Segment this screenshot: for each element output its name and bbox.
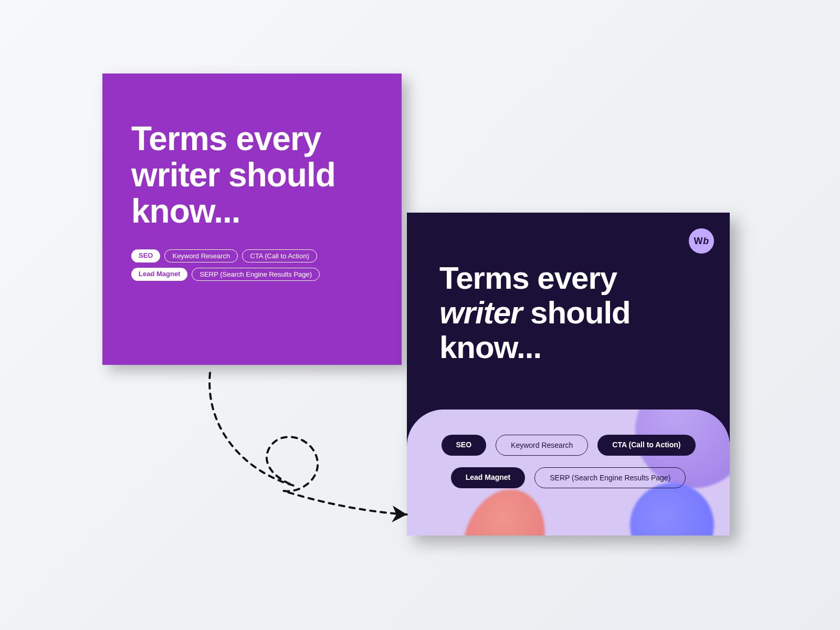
pill-serp: SERP (Search Engine Results Page) bbox=[534, 467, 686, 488]
arrow-icon bbox=[173, 368, 436, 541]
pill-lead-magnet: Lead Magnet bbox=[451, 467, 526, 488]
pill-seo: SEO bbox=[131, 249, 160, 262]
card-after-pill-group: SEO Keyword Research CTA (Call to Action… bbox=[407, 435, 730, 488]
pill-cta: CTA (Call to Action) bbox=[242, 249, 317, 262]
pill-seo: SEO bbox=[442, 435, 487, 456]
pill-keyword-research: Keyword Research bbox=[164, 249, 238, 262]
card-before-heading: Terms every writer should know... bbox=[131, 121, 373, 229]
heading-line-2: writer should bbox=[131, 156, 335, 194]
heading-part-2: should bbox=[522, 295, 630, 330]
card-after: Wb Terms every writer should know... SEO… bbox=[407, 213, 730, 536]
heading-italic-word: writer bbox=[439, 295, 522, 330]
heading-line-1: Terms every bbox=[131, 120, 321, 158]
pill-serp: SERP (Search Engine Results Page) bbox=[192, 268, 320, 281]
pill-cta: CTA (Call to Action) bbox=[597, 435, 695, 456]
heading-line-3: know... bbox=[131, 192, 240, 230]
card-after-panel: SEO Keyword Research CTA (Call to Action… bbox=[407, 410, 730, 536]
heading-line-3: know... bbox=[439, 330, 541, 365]
pill-lead-magnet: Lead Magnet bbox=[131, 268, 187, 281]
blob-decoration bbox=[630, 483, 714, 536]
card-after-heading: Terms every writer should know... bbox=[439, 261, 698, 365]
heading-part-1: Terms every bbox=[439, 260, 617, 296]
card-before: Terms every writer should know... SEO Ke… bbox=[102, 74, 402, 365]
brand-badge: Wb bbox=[689, 228, 714, 254]
card-before-pill-group: SEO Keyword Research CTA (Call to Action… bbox=[131, 249, 362, 281]
pill-keyword-research: Keyword Research bbox=[496, 435, 588, 456]
